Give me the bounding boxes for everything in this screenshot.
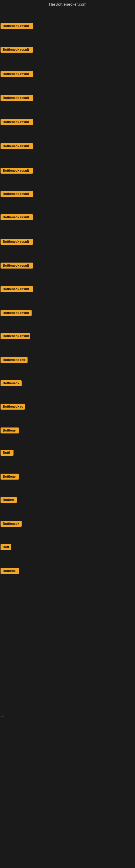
bottleneck-result-row: Bott bbox=[1, 544, 11, 551]
bottleneck-result-row: Bottleneck result bbox=[1, 23, 33, 30]
bottleneck-badge[interactable]: Bottleneck result bbox=[1, 167, 33, 174]
bottleneck-badge[interactable]: Bottleneck result bbox=[1, 214, 33, 220]
bottleneck-result-row: Bottlene bbox=[1, 474, 19, 480]
bottleneck-result-row: Bottleneck result bbox=[1, 119, 33, 126]
bottleneck-result-row: Bottleneck re bbox=[1, 404, 25, 411]
bottleneck-badge[interactable]: Bottleneck bbox=[1, 380, 21, 386]
bottleneck-result-row: Bottl bbox=[1, 450, 13, 457]
bottleneck-result-row: Bottleneck bbox=[1, 380, 21, 388]
ellipsis-area: ... bbox=[0, 604, 135, 794]
bottleneck-badge[interactable]: Bottlene bbox=[1, 568, 19, 574]
ellipsis-marker: ... bbox=[1, 713, 4, 719]
bottleneck-result-row: Bottleneck result bbox=[1, 191, 33, 198]
bottleneck-badge[interactable]: Bottleneck result bbox=[1, 333, 30, 339]
bottleneck-result-row: Bottleneck result bbox=[1, 167, 33, 175]
bottleneck-result-row: Bottleneck result bbox=[1, 143, 33, 150]
bottleneck-result-row: Bottlen bbox=[1, 497, 17, 504]
bottleneck-badge[interactable]: Bottleneck result bbox=[1, 46, 33, 53]
bottleneck-badge[interactable]: Bottlene bbox=[1, 474, 19, 479]
bottleneck-badge[interactable]: Bottleneck bbox=[1, 521, 21, 527]
bottleneck-result-row: Bottleneck result bbox=[1, 71, 33, 78]
bottleneck-result-row: Bottleneck result bbox=[1, 95, 33, 102]
bottleneck-badge[interactable]: Bottleneck result bbox=[1, 191, 33, 197]
bottleneck-badge[interactable]: Bottleneck result bbox=[1, 262, 33, 269]
bottleneck-badge[interactable]: Bottleneck result bbox=[1, 286, 33, 292]
bottleneck-result-row: Bottleneck result bbox=[1, 310, 32, 317]
bottleneck-result-row: Bottlene bbox=[1, 568, 19, 575]
bottleneck-badge[interactable]: Bottl bbox=[1, 450, 13, 456]
bottleneck-badge[interactable]: Bottlen bbox=[1, 497, 17, 503]
bottleneck-badge[interactable]: Bottleneck result bbox=[1, 119, 33, 125]
bottleneck-badge[interactable]: Bottleneck result bbox=[1, 23, 33, 29]
bottleneck-result-row: Bottleneck result bbox=[1, 239, 33, 246]
bottleneck-badge[interactable]: Bottleneck result bbox=[1, 239, 33, 245]
site-header: TheBottlenecker.com bbox=[0, 0, 135, 8]
bottleneck-result-row: Bottleneck result bbox=[1, 286, 33, 293]
bottleneck-badge[interactable]: Bott bbox=[1, 544, 11, 550]
bottleneck-badge[interactable]: Bottleneck result bbox=[1, 143, 33, 149]
bottleneck-badge[interactable]: Bottleneck result bbox=[1, 71, 33, 77]
bottleneck-result-row: Bottleneck res bbox=[1, 357, 28, 364]
bottleneck-badge[interactable]: Bottleneck res bbox=[1, 357, 28, 363]
bottleneck-badge[interactable]: Bottleneck result bbox=[1, 310, 32, 316]
bottleneck-result-row: Bottleneck result bbox=[1, 46, 33, 54]
bottleneck-result-row: Bottleneck result bbox=[1, 262, 33, 270]
bottleneck-result-row: Bottleneck result bbox=[1, 214, 33, 221]
bottleneck-result-row: Bottlene bbox=[1, 428, 19, 435]
bottleneck-result-row: Bottleneck bbox=[1, 521, 21, 528]
bottleneck-badge[interactable]: Bottlene bbox=[1, 428, 19, 433]
bottleneck-badge[interactable]: Bottleneck re bbox=[1, 404, 25, 410]
bottleneck-result-row: Bottleneck result bbox=[1, 333, 30, 340]
bottleneck-badge[interactable]: Bottleneck result bbox=[1, 95, 33, 101]
